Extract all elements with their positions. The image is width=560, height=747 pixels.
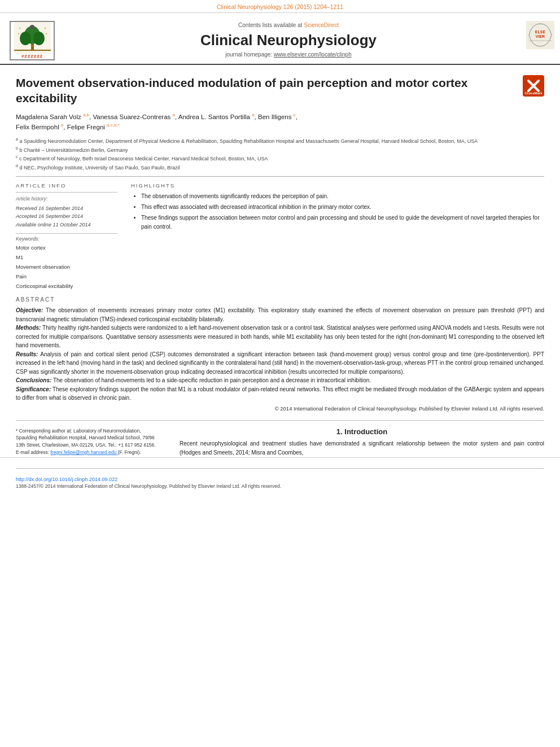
- sciencedirect-link[interactable]: ScienceDirect: [304, 22, 339, 28]
- keyword-item: Corticospinal excitability: [16, 281, 117, 291]
- keywords-section: Keywords: Motor cortex M1 Movement obser…: [16, 233, 117, 291]
- introduction-heading: 1. Introduction: [180, 427, 544, 436]
- crossmark-svg: CrossMark: [523, 75, 544, 97]
- svg-point-5: [30, 25, 34, 29]
- svg-text:CrossMark: CrossMark: [524, 91, 542, 95]
- header-right-logo: ELSE VIER: [515, 18, 560, 64]
- top-citation-bar: Clinical Neurophysiology 126 (2015) 1204…: [0, 0, 560, 13]
- abstract-text: Objective: The observation of movements …: [16, 306, 544, 413]
- introduction-col: 1. Introduction Recent neurophysiologica…: [180, 427, 544, 457]
- doi-link[interactable]: http://dx.doi.org/10.1016/j.clinph.2014.…: [16, 477, 117, 482]
- elsevier-logo: #222222: [0, 18, 62, 64]
- star-note: * Corresponding author at: Laboratory of…: [16, 427, 163, 449]
- journal-header: #222222 Contents lists available at Scie…: [0, 13, 560, 65]
- introduction-text: Recent neurophysiological and treatment …: [180, 439, 544, 457]
- affiliations: a a Spaulding Neuromodulation Center, De…: [16, 137, 544, 172]
- footnote-section: * Corresponding author at: Laboratory of…: [0, 427, 560, 457]
- article-main: Movement observation-induced modulation …: [0, 65, 560, 421]
- highlights-col: HIGHLIGHTS The observation of movements …: [131, 182, 544, 291]
- elsevier-text: #222222: [21, 54, 43, 59]
- highlight-item: This effect was associated with decrease…: [141, 203, 544, 212]
- keywords-list: Motor cortex M1 Movement observation Pai…: [16, 243, 117, 291]
- abstract-section: ABSTRACT Objective: The observation of m…: [16, 296, 544, 413]
- svg-rect-6: [14, 50, 51, 51]
- right-logo-svg: ELSE VIER: [526, 21, 554, 49]
- highlights-list: The observation of movements significant…: [131, 192, 544, 231]
- divider-bottom: [16, 468, 544, 469]
- keyword-item: M1: [16, 252, 117, 262]
- highlight-item: The observation of movements significant…: [141, 192, 544, 201]
- contents-available: Contents lists available at ScienceDirec…: [238, 22, 339, 28]
- highlights-label: HIGHLIGHTS: [131, 182, 544, 189]
- svg-text:ELSE: ELSE: [535, 30, 546, 34]
- homepage-link[interactable]: www.elsevier.com/locate/clinph: [274, 51, 352, 58]
- svg-point-9: [18, 33, 19, 34]
- issn-line: 1388-2457/© 2014 International Federatio…: [16, 483, 544, 489]
- email-link[interactable]: fregni.felipe@mgh.harvard.edu: [50, 449, 117, 455]
- elsevier-logo-box: #222222: [10, 21, 55, 60]
- elsevier-logo-svg: [14, 23, 51, 54]
- article-title-text: Movement observation-induced modulation …: [16, 75, 481, 106]
- two-column-section: ARTICLE INFO Article history: Received 1…: [16, 182, 544, 291]
- divider-1: [16, 176, 544, 177]
- svg-point-7: [19, 28, 20, 29]
- article-title-row: Movement observation-induced modulation …: [16, 75, 544, 106]
- authors-line: Magdalena Sarah Volz a,b, Vanessa Suarez…: [16, 112, 544, 133]
- journal-header-center: Contents lists available at ScienceDirec…: [62, 18, 515, 64]
- copyright-text: © 2014 International Federation of Clini…: [16, 405, 544, 413]
- svg-point-8: [45, 28, 46, 29]
- email-line: E-mail address: fregni.felipe@mgh.harvar…: [16, 449, 163, 456]
- journal-title: Clinical Neurophysiology: [200, 32, 377, 49]
- keyword-item: Movement observation: [16, 262, 117, 272]
- crossmark-icon: CrossMark: [523, 75, 544, 100]
- article-info-label: ARTICLE INFO: [16, 182, 117, 189]
- keyword-item: Pain: [16, 272, 117, 281]
- bottom-bar: http://dx.doi.org/10.1016/j.clinph.2014.…: [0, 457, 560, 492]
- svg-text:VIER: VIER: [536, 34, 545, 38]
- highlight-item: These findings support the association b…: [141, 213, 544, 231]
- journal-citation: Clinical Neurophysiology 126 (2015) 1204…: [217, 3, 343, 10]
- keyword-item: Motor cortex: [16, 243, 117, 252]
- journal-homepage: journal homepage: www.elsevier.com/locat…: [225, 51, 351, 58]
- svg-point-3: [20, 32, 31, 45]
- article-history: Article history: Received 16 September 2…: [16, 192, 117, 229]
- svg-point-4: [33, 32, 45, 45]
- abstract-label: ABSTRACT: [16, 296, 544, 303]
- article-info-col: ARTICLE INFO Article history: Received 1…: [16, 182, 117, 291]
- svg-point-10: [46, 33, 47, 34]
- footnote-left: * Corresponding author at: Laboratory of…: [16, 427, 163, 457]
- divider-2: [16, 420, 544, 421]
